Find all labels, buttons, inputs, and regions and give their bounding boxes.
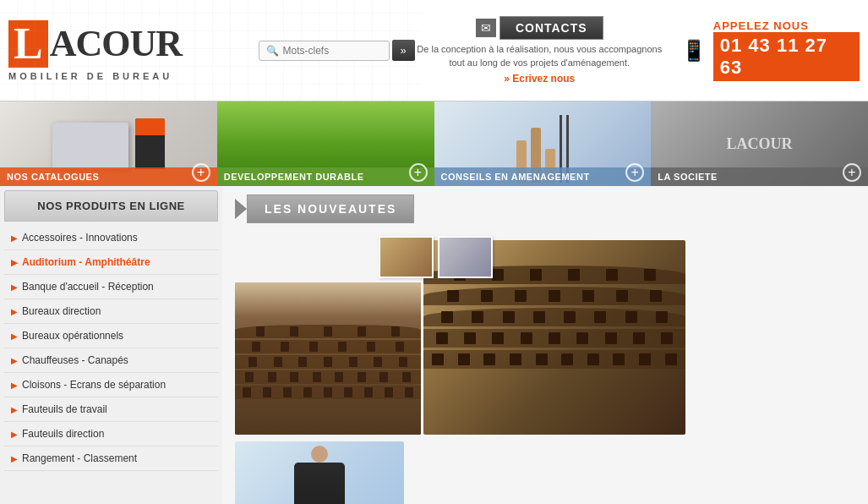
contacts-button[interactable]: CONTACTS xyxy=(500,16,603,40)
sidebar-item-rangement[interactable]: ▶ Rangement - Classement xyxy=(4,446,218,471)
nav-item-societe[interactable]: LACOUR LA SOCIETE + xyxy=(651,101,868,186)
right-photos-column xyxy=(235,441,404,504)
phone-label: APPELEZ NOUS xyxy=(713,19,860,32)
arrow-icon: ▶ xyxy=(11,405,18,414)
sidebar-item-fauteuils-travail[interactable]: ▶ Fauteuils de travail xyxy=(4,397,218,422)
contact-desc: De la conception à la réalisation, nous … xyxy=(415,43,664,69)
nav-item-developpement[interactable]: DEVELOPPEMENT DURABLE + xyxy=(217,101,434,186)
sidebar-item-fauteuils-direction[interactable]: ▶ Fauteuils direction xyxy=(4,422,218,446)
logo-box: L ACOUR xyxy=(8,20,182,68)
nav-plus-developpement[interactable]: + xyxy=(409,163,428,182)
thumbnail-1 xyxy=(379,236,434,278)
photo-amphitheatre xyxy=(235,282,421,435)
sidebar-item-bureaux-direction[interactable]: ▶ Bureaux direction xyxy=(4,299,218,324)
contact-area: ✉ CONTACTS De la conception à la réalisa… xyxy=(415,16,664,85)
nav-label-conseils: CONSEILS EN AMENAGEMENT xyxy=(434,167,652,186)
phone-info: APPELEZ NOUS 01 43 11 27 63 xyxy=(713,19,860,81)
envelope-icon: ✉ xyxy=(476,19,496,37)
nouveautes-arrow-icon xyxy=(235,199,247,219)
sidebar-item-chauffeuses[interactable]: ▶ Chauffeuses - Canapés xyxy=(4,348,218,373)
arrow-icon: ▶ xyxy=(11,356,18,365)
sidebar-item-banque[interactable]: ▶ Banque d'accueil - Réception xyxy=(4,275,218,299)
arrow-icon: ▶ xyxy=(11,282,18,292)
logo-area: L ACOUR MOBILIER DE BUREAU xyxy=(8,20,233,81)
sidebar-list: ▶ Accessoires - Innovations ▶ Auditorium… xyxy=(0,226,222,471)
arrow-icon: ▶ xyxy=(11,307,18,316)
logo-text: ACOUR xyxy=(50,22,182,65)
sidebar: NOS PRODUITS EN LIGNE ▶ Accessoires - In… xyxy=(0,186,222,504)
search-icon: 🔍 xyxy=(266,45,279,57)
arrow-icon: ▶ xyxy=(11,233,18,243)
content-area: LES NOUVEAUTES xyxy=(222,186,868,504)
logo-l: L xyxy=(8,20,48,68)
sidebar-title: NOS PRODUITS EN LIGNE xyxy=(4,190,218,222)
phone-area: 📱 APPELEZ NOUS 01 43 11 27 63 xyxy=(681,19,860,81)
photo-chair-person xyxy=(235,441,404,504)
nav-item-catalogues[interactable]: NOS CATALOGUES + xyxy=(0,101,217,186)
sidebar-item-auditorium[interactable]: ▶ Auditorium - Amphithéâtre xyxy=(4,250,218,275)
sidebar-item-bureaux-operationnels[interactable]: ▶ Bureaux opérationnels xyxy=(4,324,218,348)
main-content: NOS PRODUITS EN LIGNE ▶ Accessoires - In… xyxy=(0,186,868,504)
nav-label-societe: LA SOCIETE xyxy=(651,167,868,186)
arrow-icon: ▶ xyxy=(11,430,18,439)
nouveautes-label: LES NOUVEAUTES xyxy=(247,194,414,223)
arrow-icon: ▶ xyxy=(11,331,18,341)
phone-number: 01 43 11 27 63 xyxy=(713,32,860,81)
logo-subtitle: MOBILIER DE BUREAU xyxy=(8,71,172,81)
photo-collage xyxy=(235,236,855,504)
search-button[interactable]: » xyxy=(392,40,415,61)
sidebar-item-accessoires[interactable]: ▶ Accessoires - Innovations xyxy=(4,226,218,250)
header: L ACOUR MOBILIER DE BUREAU 🔍 » ✉ CONTACT… xyxy=(0,0,868,101)
nav-label-developpement: DEVELOPPEMENT DURABLE xyxy=(217,167,434,186)
search-input[interactable] xyxy=(283,45,376,57)
thumbnail-2 xyxy=(438,236,493,278)
search-area: 🔍 » xyxy=(259,40,415,61)
arrow-icon: ▶ xyxy=(11,258,18,267)
nav-images-row: NOS CATALOGUES + DEVELOPPEMENT DURABLE +… xyxy=(0,101,868,186)
contact-top: ✉ CONTACTS xyxy=(476,16,603,40)
nav-plus-societe[interactable]: + xyxy=(843,163,861,182)
contact-link[interactable]: » Ecrivez nous xyxy=(504,73,575,85)
nav-label-catalogues: NOS CATALOGUES xyxy=(0,167,217,186)
nav-plus-catalogues[interactable]: + xyxy=(192,163,210,182)
arrow-icon: ▶ xyxy=(11,381,18,390)
arrow-icon: ▶ xyxy=(11,454,18,463)
phone-icon: 📱 xyxy=(681,39,707,63)
search-input-wrap: 🔍 xyxy=(259,41,390,61)
sidebar-item-cloisons[interactable]: ▶ Cloisons - Ecrans de séparation xyxy=(4,373,218,397)
nouveautes-banner: LES NOUVEAUTES xyxy=(235,194,855,223)
nav-item-conseils[interactable]: CONSEILS EN AMENAGEMENT + xyxy=(434,101,652,186)
